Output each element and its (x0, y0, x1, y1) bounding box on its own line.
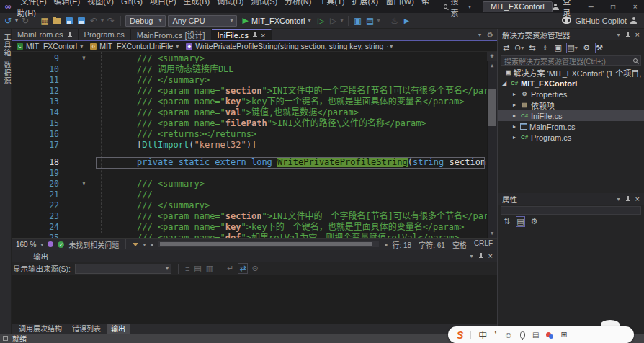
background-task-icon[interactable] (3, 336, 8, 341)
fold-chevron-icon[interactable]: ∨ (82, 53, 86, 63)
code-line[interactable]: 9∨/// <summary> (12, 53, 497, 64)
ime-menu-grid-icon[interactable]: ⊞ (560, 330, 567, 339)
collapse-all-icon[interactable]: ∧∧ (540, 43, 550, 53)
code-line[interactable]: 13/// <param name="key">key下的一个键名，也就是里面具… (12, 97, 497, 107)
build-tool-icon[interactable]: ⚒ (595, 43, 604, 53)
solution-explorer-search-input[interactable]: 搜索解决方案资源管理器(Ctrl+;) (501, 55, 641, 66)
scrollbar-thumb[interactable] (488, 89, 496, 126)
scroll-left-icon[interactable]: ◂ (150, 241, 153, 248)
code-line[interactable]: 12/// <param name="section">INI文件中的一个字段名… (12, 86, 497, 97)
scroll-right-icon[interactable]: ▸ (385, 241, 388, 248)
menu-item[interactable]: 视图(V) (84, 0, 117, 6)
property-pages-icon[interactable]: ⚙ (529, 216, 539, 227)
ime-keyboard-icon[interactable]: ▤ (532, 331, 539, 339)
pending-changes-filter-icon[interactable]: ⊙▾ (514, 43, 524, 53)
window-position-chevron-icon[interactable]: ▾ (470, 253, 473, 259)
code-line[interactable]: 24/// <param name="key">key下的一个键名，也就是里面具… (12, 222, 497, 233)
scrollbar-thumb[interactable] (160, 242, 372, 246)
menu-item[interactable]: Git(G) (117, 0, 146, 6)
code-editor[interactable]: 9∨/// <summary>10/// 调用动态链接库DLL11/// </s… (12, 52, 497, 238)
ime-microphone-icon[interactable] (520, 331, 525, 339)
menu-item[interactable]: 窗口(W) (382, 0, 418, 6)
properties-shortcut-icon[interactable]: ▣ (553, 43, 563, 53)
breadcrumb-item[interactable]: ◆WritePrivateProfileString(string sectio… (184, 42, 395, 50)
eol-indicator[interactable]: CRLF (474, 239, 493, 250)
scroll-up-icon[interactable]: ▲ (487, 63, 497, 68)
chevron-down-icon[interactable]: ▾ (143, 241, 146, 248)
clear-all-icon[interactable]: ▤ (194, 264, 201, 273)
search-box[interactable]: 搜索 ▾ (444, 0, 471, 18)
tool-tab-输出[interactable]: 输出 (107, 324, 130, 334)
alphabetical-icon[interactable]: ▤ (516, 216, 525, 227)
pin-icon[interactable] (252, 32, 257, 38)
pin-icon[interactable] (478, 253, 483, 259)
maximize-button[interactable]: □ (604, 3, 622, 11)
menu-item[interactable]: 调试(D) (213, 0, 247, 6)
tree-item-program-cs[interactable]: ▸C#Program.cs (498, 132, 644, 143)
document-tab[interactable]: Program.cs (79, 29, 131, 40)
tree-item--[interactable]: ▸▤依赖项 (498, 99, 644, 110)
pin-icon[interactable] (625, 196, 630, 202)
caret-line-indicator[interactable]: 行: 18 (393, 239, 412, 250)
menu-item[interactable]: 测试(S) (248, 0, 282, 6)
scroll-down-icon[interactable]: ▼ (487, 231, 497, 236)
tool-tab-错误列表[interactable]: 错误列表 (68, 324, 105, 334)
chevron-down-icon[interactable]: ▾ (341, 17, 344, 24)
pin-icon[interactable] (67, 32, 72, 38)
timestamp-icon[interactable]: ⊙ (252, 264, 259, 273)
code-spacer[interactable] (12, 151, 497, 157)
ime-punctuation-icon[interactable]: ’ (494, 330, 496, 340)
chevron-down-icon[interactable]: ▾ (101, 17, 104, 24)
refresh-icon[interactable]: ⚙ (582, 43, 591, 53)
tab-list-chevron-icon[interactable]: ▾ (478, 32, 481, 38)
menu-item[interactable]: 分析(N) (281, 0, 315, 6)
document-tab[interactable]: MainFrom.cs (12, 29, 79, 40)
code-line[interactable]: 16/// <returns></returns> (12, 129, 497, 140)
close-icon[interactable]: × (488, 252, 493, 259)
tree-item--mit-fxcontorl-1-1-[interactable]: ▣解决方案 'MIT_FXContorl' (1 个项目, 共 1 个) (498, 67, 644, 78)
show-all-files-icon[interactable]: ▤▾ (566, 43, 578, 53)
document-tab[interactable]: IniFile.cs× (212, 29, 272, 40)
menu-item[interactable]: 编辑(E) (50, 0, 84, 6)
menu-item[interactable]: 扩展(X) (349, 0, 383, 6)
ime-language-mode[interactable]: 中 (478, 329, 487, 341)
feedback-icon[interactable] (630, 17, 637, 24)
switch-views-icon[interactable]: ⇆ (527, 43, 537, 53)
menu-item[interactable]: 项目(P) (146, 0, 180, 6)
code-line[interactable]: 22/// </summary> (12, 200, 497, 211)
code-line[interactable]: 17[DllImport("kernel32")] (12, 140, 497, 151)
minimize-button[interactable]: ─ (582, 3, 600, 11)
menu-item[interactable]: 文件(F) (17, 0, 50, 6)
window-position-chevron-icon[interactable]: ▾ (617, 196, 620, 202)
caret-column-indicator[interactable]: 字符: 61 (419, 239, 445, 250)
code-line[interactable]: 10/// 调用动态链接库DLL (12, 64, 497, 75)
code-line[interactable]: 23/// <param name="section">INI文件中的一个字段名… (12, 211, 497, 222)
toggle-output-icon[interactable]: ▥ (206, 264, 213, 273)
menu-item[interactable]: 工具(T) (315, 0, 348, 6)
chevron-down-icon[interactable]: ▾ (40, 241, 43, 248)
code-line[interactable]: 14/// <param name="val">键值,也就是数据</param> (12, 107, 497, 118)
sync-with-active-document-icon[interactable]: ⇄ (501, 43, 511, 53)
pin-icon[interactable] (625, 32, 630, 38)
chevron-down-icon[interactable]: ▾ (15, 17, 18, 24)
sidebar-item-toolbox[interactable]: 工具箱 (1, 33, 12, 57)
code-line[interactable]: 21/// (12, 190, 497, 200)
code-line[interactable]: 18private static extern long WritePrivat… (12, 157, 497, 168)
code-line[interactable]: 20∨/// <summary> (12, 179, 497, 190)
ime-skin-icon[interactable] (546, 331, 553, 339)
zoom-level-dropdown[interactable]: 160 % (16, 241, 36, 249)
breadcrumb-item[interactable]: {}MIT_FXContorl.IniFile▾ (88, 42, 181, 50)
sign-in-button[interactable]: 登录 (563, 0, 578, 18)
close-icon[interactable]: × (635, 31, 640, 38)
output-content[interactable] (12, 275, 497, 324)
close-icon[interactable]: × (635, 195, 640, 202)
find-message-icon[interactable]: ≡ (185, 264, 189, 273)
collapsed-arrow-icon[interactable]: ▸ (511, 102, 518, 108)
fold-chevron-icon[interactable]: ∨ (82, 178, 86, 189)
navigate-back-icon[interactable]: ↺ (3, 14, 13, 27)
split-editor-handle[interactable]: ✚ (487, 52, 497, 61)
sidebar-item-data-sources[interactable]: 数据源 (1, 61, 12, 85)
ime-emoji-icon[interactable]: ☺ (504, 330, 513, 340)
collapsed-arrow-icon[interactable]: ▸ (511, 112, 518, 119)
filter-funnel-icon[interactable] (133, 243, 138, 246)
